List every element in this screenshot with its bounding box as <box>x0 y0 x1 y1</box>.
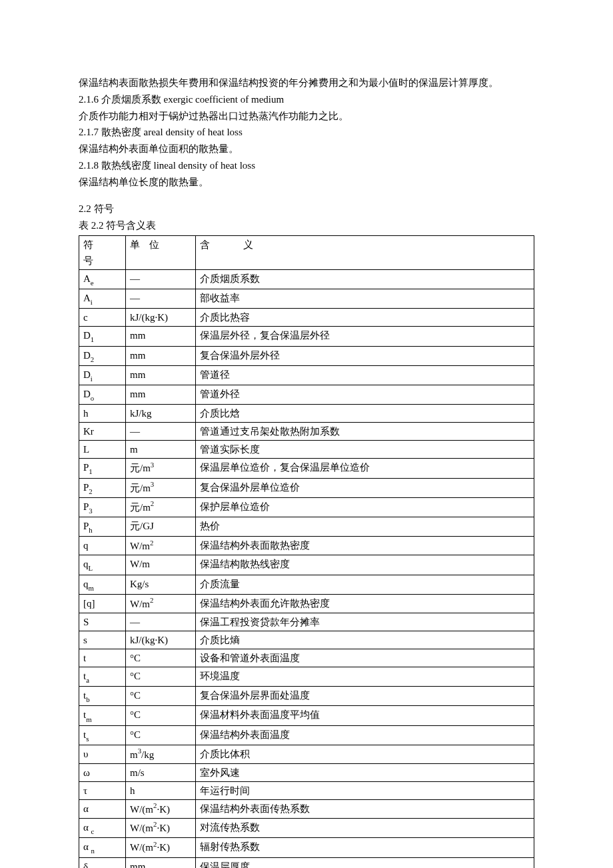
table-row: ta°C环境温度 <box>79 667 534 686</box>
unit-cell: mm <box>126 857 196 868</box>
symbol-base: s <box>83 635 87 645</box>
table-row: hkJ/kg介质比焓 <box>79 405 534 423</box>
unit-text: m <box>130 749 138 760</box>
symbol-base: α <box>83 803 89 814</box>
meaning-cell: 环境温度 <box>196 667 534 686</box>
symbol-cell: Ph <box>79 517 126 537</box>
unit-cell: W/m <box>126 555 196 575</box>
meaning-cell: 保温结构散热线密度 <box>196 555 534 575</box>
table-row: [q]W/m2保温结构外表面允许散热密度 <box>79 594 534 613</box>
symbol-cell: c <box>79 309 126 327</box>
symbol-base: q <box>83 559 89 569</box>
meaning-cell: 辐射传热系数 <box>196 838 534 857</box>
table-row: Dimm管道径 <box>79 365 534 385</box>
meaning-cell: 管道径 <box>196 365 534 385</box>
unit-tail: /kg <box>141 749 154 760</box>
symbol-cell: q <box>79 537 126 555</box>
table-row: qLW/m保温结构散热线密度 <box>79 555 534 575</box>
symbol-subscript: i <box>91 298 93 306</box>
symbol-subscript: e <box>91 279 94 287</box>
symbol-base: L <box>83 444 89 455</box>
unit-text: W/(m <box>130 842 153 853</box>
symbol-base: D <box>83 330 91 341</box>
meaning-cell: 复合保温外层外径 <box>196 346 534 365</box>
table-row: P2元/m3复合保温外层单位造价 <box>79 478 534 497</box>
unit-text: W/m <box>130 599 150 609</box>
table-row: P3元/m2保护层单位造价 <box>79 497 534 517</box>
meaning-cell: 管道实际长度 <box>196 441 534 459</box>
symbol-base: D <box>83 369 91 380</box>
definitions-block: 保温结构表面散热损失年费用和保温结构投资的年分摊费用之和为最小值时的保温层计算厚… <box>79 75 534 190</box>
symbol-subscript: 3 <box>89 507 92 515</box>
unit-cell: — <box>126 269 196 289</box>
col-unit: 单位 <box>126 235 196 269</box>
symbol-subscript: m <box>89 584 94 592</box>
meaning-cell: 介质流量 <box>196 575 534 594</box>
symbol-cell: S <box>79 613 126 631</box>
unit-text: W/(m <box>130 823 153 833</box>
unit-cell: kJ/(kg·K) <box>126 309 196 327</box>
unit-cell: °C <box>126 706 196 725</box>
meaning-cell: 介质比热容 <box>196 309 534 327</box>
meaning-cell: 介质比体积 <box>196 745 534 764</box>
unit-text: kJ/kg <box>130 408 152 419</box>
table-row: Ai—部收益率 <box>79 289 534 309</box>
table-row: ts°C保温结构外表面温度 <box>79 725 534 745</box>
unit-superscript: 2 <box>151 499 154 507</box>
table-row: D1mm保温层外径，复合保温层外径 <box>79 327 534 346</box>
unit-tail: ·K) <box>157 804 170 815</box>
symbol-cell: qL <box>79 555 126 575</box>
unit-superscript: 3 <box>138 747 141 755</box>
unit-cell: °C <box>126 687 196 706</box>
meaning-cell: 复合保温外层单位造价 <box>196 478 534 497</box>
unit-text: mm <box>130 369 145 380</box>
unit-tail: ·K) <box>157 842 170 853</box>
unit-cell: kJ/kg <box>126 405 196 423</box>
unit-cell: W/(m2·K) <box>126 838 196 857</box>
table-header-row: 符号 单位 含义 <box>79 235 534 269</box>
unit-cell: 元/GJ <box>126 517 196 537</box>
para: 介质作功能力相对于锅炉过热器出口过热蒸汽作功能力之比。 <box>79 108 534 125</box>
symbol-cell: [q] <box>79 594 126 613</box>
unit-cell: 元/m2 <box>126 497 196 517</box>
table-row: ckJ/(kg·K)介质比热容 <box>79 309 534 327</box>
symbol-base: S <box>83 617 89 627</box>
unit-text: W/m <box>130 541 150 551</box>
unit-text: — <box>130 273 140 284</box>
symbol-subscript: 1 <box>89 467 92 475</box>
meaning-cell: 年运行时间 <box>196 782 534 800</box>
table-row: Kr—管道通过支吊架处散热附加系数 <box>79 423 534 441</box>
symbol-cell: Kr <box>79 423 126 441</box>
unit-text: mm <box>130 389 145 399</box>
unit-cell: 元/m3 <box>126 459 196 478</box>
unit-text: m <box>130 444 138 455</box>
meaning-cell: 对流传热系数 <box>196 819 534 838</box>
unit-cell: W/m2 <box>126 537 196 555</box>
symbol-cell: P2 <box>79 478 126 497</box>
col-symbol: 符号 <box>79 235 126 269</box>
term-heading-216: 2.1.6 介质烟质系数 exergic coefficient of medi… <box>79 91 534 108</box>
unit-text: 元/GJ <box>130 521 154 531</box>
para: 保温结构表面散热损失年费用和保温结构投资的年分摊费用之和为最小值时的保温层计算厚… <box>79 75 534 91</box>
unit-text: mm <box>130 330 145 341</box>
table-body: Ae—介质烟质系数Ai—部收益率ckJ/(kg·K)介质比热容D1mm保温层外径… <box>79 269 534 868</box>
unit-cell: °C <box>126 667 196 686</box>
unit-text: °C <box>130 729 141 740</box>
symbol-subscript: i <box>91 375 93 383</box>
table-row: δmm保温层厚度 <box>79 857 534 868</box>
symbol-subscript: o <box>91 394 94 402</box>
meaning-cell: 保温结构外表面散热密度 <box>196 537 534 555</box>
unit-text: 元/m <box>130 463 151 473</box>
table-row: Domm管道外径 <box>79 385 534 405</box>
symbol-cell: α <box>79 800 126 819</box>
unit-superscript: 2 <box>150 539 153 547</box>
meaning-cell: 保温结构外表面允许散热密度 <box>196 594 534 613</box>
table-caption: 表 2.2 符号含义表 <box>79 217 534 234</box>
unit-cell: — <box>126 613 196 631</box>
unit-cell: — <box>126 289 196 309</box>
unit-text: °C <box>130 690 141 701</box>
symbol-base: t <box>83 653 86 663</box>
unit-superscript: 2 <box>153 801 157 809</box>
meaning-cell: 介质比熵 <box>196 631 534 649</box>
table-row: tm°C保温材料外表面温度平均值 <box>79 706 534 725</box>
